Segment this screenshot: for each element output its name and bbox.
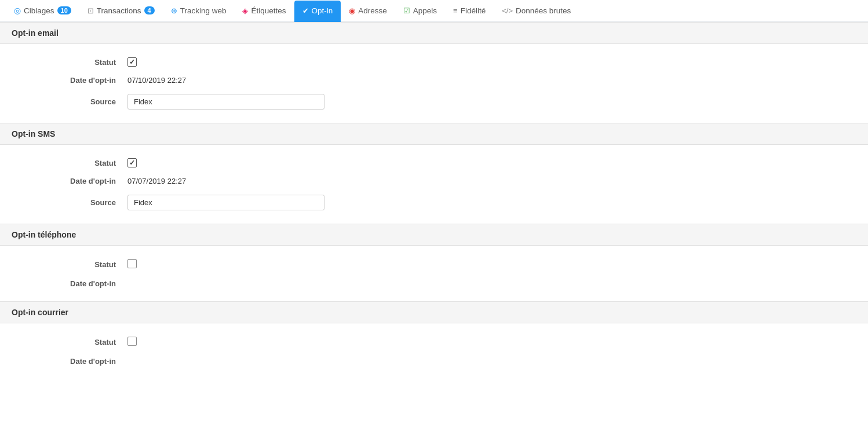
form-row-statut: Statut — [12, 53, 856, 71]
opt-in-icon: ✔ — [302, 6, 309, 15]
fidelite-icon: ≡ — [453, 6, 458, 15]
form-opt-in-sms: StatutDate d'opt-in07/07/2019 22:27Sourc… — [0, 145, 868, 224]
section-header-opt-in-email: Opt-in email — [0, 22, 868, 44]
etiquettes-icon: ◈ — [242, 6, 248, 15]
tab-opt-in[interactable]: ✔Opt-in — [294, 1, 341, 22]
appels-icon: ☑ — [403, 6, 410, 15]
tab-label-appels: Appels — [413, 6, 437, 15]
field-label: Statut — [12, 159, 127, 167]
section-header-opt-in-telephone: Opt-in téléphone — [0, 224, 868, 246]
tab-transactions[interactable]: ⊡Transactions4 — [79, 1, 163, 22]
field-label: Statut — [12, 260, 127, 269]
field-value: 07/07/2019 22:27 — [127, 177, 856, 185]
field-label: Date d'opt-in — [12, 177, 127, 185]
checkbox-opt-in-telephone[interactable] — [127, 259, 137, 268]
tab-label-fidelite: Fidélité — [461, 6, 486, 15]
tab-label-ciblages: Ciblages — [24, 6, 54, 15]
field-label: Statut — [12, 338, 127, 347]
section-opt-in-email: Opt-in emailStatutDate d'opt-in07/10/201… — [0, 22, 868, 123]
tab-badge-transactions: 4 — [144, 6, 155, 14]
donnees-brutes-icon: </> — [502, 6, 513, 15]
tab-label-tracking-web: Tracking web — [180, 6, 227, 15]
tab-label-adresse: Adresse — [358, 6, 387, 15]
navigation-tabs: ◎Ciblages10⊡Transactions4⊕Tracking web◈É… — [0, 0, 868, 22]
form-row-statut: Statut — [12, 254, 856, 275]
form-row-statut: Statut — [12, 154, 856, 172]
checkbox-opt-in-email[interactable] — [127, 57, 137, 67]
tab-label-opt-in: Opt-in — [312, 6, 333, 15]
form-opt-in-courrier: StatutDate d'opt-in — [0, 323, 868, 379]
form-row-date-dopt-in: Date d'opt-in07/10/2019 22:27 — [12, 71, 856, 89]
tab-adresse[interactable]: ◉Adresse — [341, 1, 395, 22]
form-row-date-dopt-in: Date d'opt-in07/07/2019 22:27 — [12, 172, 856, 190]
field-value: 07/10/2019 22:27 — [127, 76, 856, 85]
field-label: Statut — [12, 58, 127, 67]
adresse-icon: ◉ — [349, 6, 355, 15]
checkbox-opt-in-sms[interactable] — [127, 158, 137, 167]
tab-etiquettes[interactable]: ◈Étiquettes — [234, 1, 294, 22]
section-opt-in-telephone: Opt-in téléphoneStatutDate d'opt-in — [0, 224, 868, 301]
tab-fidelite[interactable]: ≡Fidélité — [445, 1, 494, 22]
field-label: Date d'opt-in — [12, 357, 127, 366]
ciblages-icon: ◎ — [14, 6, 21, 15]
tab-tracking-web[interactable]: ⊕Tracking web — [163, 1, 235, 22]
main-content: Opt-in emailStatutDate d'opt-in07/10/201… — [0, 22, 868, 379]
section-opt-in-sms: Opt-in SMSStatutDate d'opt-in07/07/2019 … — [0, 123, 868, 224]
tab-appels[interactable]: ☑Appels — [395, 1, 445, 22]
tab-label-donnees-brutes: Données brutes — [516, 6, 571, 15]
form-row-statut: Statut — [12, 332, 856, 352]
form-opt-in-telephone: StatutDate d'opt-in — [0, 246, 868, 301]
section-header-opt-in-courrier: Opt-in courrier — [0, 301, 868, 323]
section-opt-in-courrier: Opt-in courrierStatutDate d'opt-in — [0, 301, 868, 379]
form-opt-in-email: StatutDate d'opt-in07/10/2019 22:27Sourc… — [0, 44, 868, 123]
tab-label-etiquettes: Étiquettes — [251, 6, 286, 15]
tab-label-transactions: Transactions — [97, 6, 141, 15]
tracking-web-icon: ⊕ — [171, 6, 177, 15]
field-label: Source — [12, 198, 127, 207]
form-row-source: Source — [12, 190, 856, 215]
tab-badge-ciblages: 10 — [57, 6, 71, 14]
tab-ciblages[interactable]: ◎Ciblages10 — [6, 0, 79, 22]
field-label: Date d'opt-in — [12, 76, 127, 85]
tab-donnees-brutes[interactable]: </>Données brutes — [494, 1, 579, 22]
form-row-source: Source — [12, 89, 856, 114]
section-header-opt-in-sms: Opt-in SMS — [0, 123, 868, 145]
field-label: Source — [12, 97, 127, 106]
source-input-opt-in-sms[interactable] — [127, 195, 324, 210]
source-input-opt-in-email[interactable] — [127, 94, 324, 110]
field-label: Date d'opt-in — [12, 279, 127, 288]
form-row-date-dopt-in: Date d'opt-in — [12, 352, 856, 370]
form-row-date-dopt-in: Date d'opt-in — [12, 275, 856, 293]
checkbox-opt-in-courrier[interactable] — [127, 337, 137, 346]
transactions-icon: ⊡ — [87, 6, 94, 15]
